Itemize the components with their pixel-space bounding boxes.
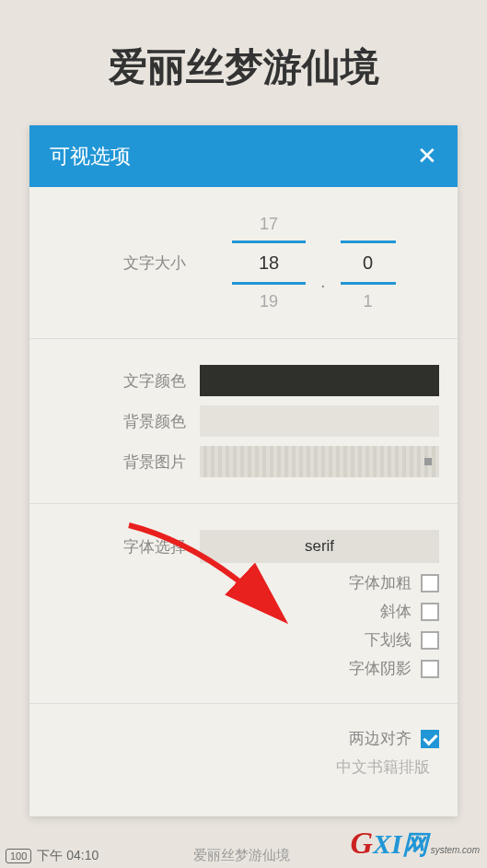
text-color-swatch[interactable] xyxy=(200,365,439,396)
page-title: 爱丽丝梦游仙境 xyxy=(0,0,487,125)
visual-options-dialog: 可视选项 ✕ 文字大小 17 18 19 . 0 1 文字颜色 背景颜色 xyxy=(29,125,458,816)
italic-checkbox[interactable] xyxy=(421,603,439,621)
font-size-decimal-picker[interactable]: 0 1 xyxy=(331,207,405,318)
clock: 下午 04:10 xyxy=(37,848,99,864)
bold-label: 字体加粗 xyxy=(349,572,412,593)
font-size-label: 文字大小 xyxy=(29,252,186,274)
italic-label: 斜体 xyxy=(380,601,412,622)
watermark: G XI 网 system.com xyxy=(350,826,480,862)
underline-checkbox[interactable] xyxy=(421,631,439,650)
justify-checkbox[interactable] xyxy=(421,730,439,748)
font-select-label: 字体选择 xyxy=(29,536,186,557)
watermark-g: G xyxy=(350,826,373,861)
color-section: 文字颜色 背景颜色 背景图片 xyxy=(29,339,458,504)
picker-current: 0 xyxy=(341,240,396,285)
font-select[interactable]: serif xyxy=(200,530,439,563)
shadow-label: 字体阴影 xyxy=(349,658,412,679)
statusbar-title: 爱丽丝梦游仙境 xyxy=(193,847,290,864)
picker-current: 18 xyxy=(232,240,306,285)
picker-next: 1 xyxy=(364,285,373,318)
dialog-header: 可视选项 ✕ xyxy=(29,125,458,187)
font-section: 字体选择 serif 字体加粗 斜体 下划线 字体阴影 xyxy=(29,504,458,704)
bg-color-label: 背景颜色 xyxy=(29,411,186,432)
decimal-dot: . xyxy=(320,234,326,292)
underline-label: 下划线 xyxy=(365,629,412,651)
font-size-section: 文字大小 17 18 19 . 0 1 xyxy=(29,187,458,339)
cjk-label: 中文书籍排版 xyxy=(336,757,430,778)
status-bar: 100 下午 04:10 xyxy=(6,848,99,864)
bg-color-swatch[interactable] xyxy=(200,405,439,437)
shadow-checkbox[interactable] xyxy=(421,660,439,678)
watermark-net: 网 xyxy=(402,827,428,862)
dialog-title: 可视选项 xyxy=(50,143,131,170)
close-icon[interactable]: ✕ xyxy=(417,142,437,170)
justify-section: 两边对齐 中文书籍排版 xyxy=(29,704,458,802)
justify-label: 两边对齐 xyxy=(349,728,412,749)
bg-image-swatch[interactable] xyxy=(200,446,439,477)
watermark-xi: XI xyxy=(373,828,402,860)
picker-prev: 17 xyxy=(260,207,278,240)
bg-image-label: 背景图片 xyxy=(29,452,186,473)
text-color-label: 文字颜色 xyxy=(29,370,186,392)
watermark-sub: system.com xyxy=(431,845,480,855)
picker-next: 19 xyxy=(260,285,278,318)
font-size-integer-picker[interactable]: 17 18 19 xyxy=(223,207,315,318)
bold-checkbox[interactable] xyxy=(421,574,439,592)
battery-icon: 100 xyxy=(6,849,31,863)
